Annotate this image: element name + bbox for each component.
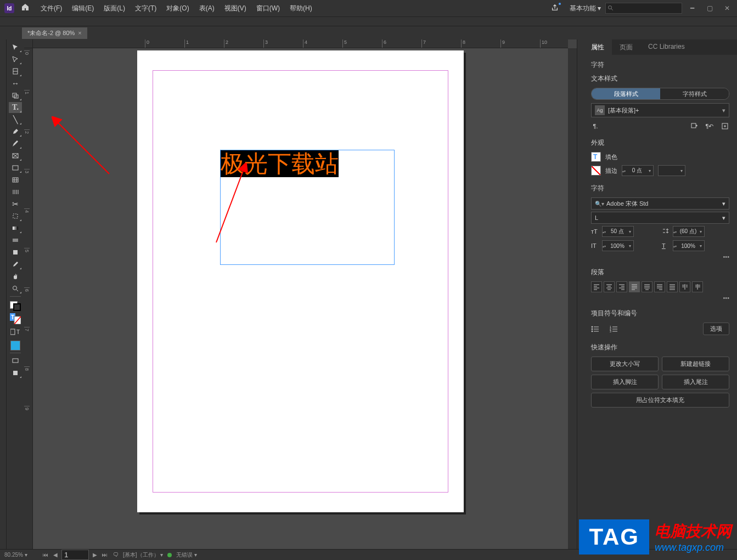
gap-tool[interactable]: ↔ xyxy=(9,78,22,89)
stroke-swatch[interactable] xyxy=(591,166,601,176)
next-page-button[interactable]: ▶ xyxy=(91,552,99,558)
menu-file[interactable]: 文件(F) xyxy=(41,4,62,13)
stroke-weight-input[interactable]: ▴▾0 点▾ xyxy=(622,165,654,176)
profile-label[interactable]: [基本]（工作） ▾ xyxy=(123,551,163,559)
stroke-style-select[interactable]: ▾ xyxy=(658,165,685,176)
pen-tool[interactable] xyxy=(9,126,22,137)
direct-selection-tool[interactable] xyxy=(9,54,22,65)
justify-center[interactable] xyxy=(642,281,652,292)
selected-text[interactable]: 极光下载站 xyxy=(221,150,339,177)
leading-input[interactable]: ▴▾(60 点)▾ xyxy=(673,226,705,237)
errors-label[interactable]: 无错误 ▾ xyxy=(176,551,197,559)
pencil-tool[interactable] xyxy=(9,138,22,149)
line-tool[interactable]: ╲ xyxy=(9,114,22,125)
vertical-scrollbar[interactable] xyxy=(568,48,577,549)
screen-mode[interactable] xyxy=(9,355,22,366)
zoom-tool[interactable] xyxy=(9,283,22,294)
new-style-icon[interactable] xyxy=(690,122,699,131)
horizontal-ruler[interactable]: 012345678910 xyxy=(33,39,568,48)
change-case-button[interactable]: 更改大小写 xyxy=(591,357,659,371)
scissors-tool[interactable]: ✂ xyxy=(9,199,22,210)
format-text-fill[interactable]: T xyxy=(9,312,22,325)
page-number-input[interactable] xyxy=(61,550,89,560)
font-size-input[interactable]: ▴▾50 点▾ xyxy=(602,226,634,237)
placeholder-text-button[interactable]: 用占位符文本填充 xyxy=(591,393,729,408)
insert-endnote-button[interactable]: 插入尾注 xyxy=(662,375,729,389)
character-style-tab[interactable]: 字符样式 xyxy=(660,88,729,99)
selection-tool[interactable] xyxy=(9,42,22,53)
more-options-icon[interactable]: ••• xyxy=(591,295,729,301)
menu-type[interactable]: 文字(T) xyxy=(135,4,156,13)
apply-color[interactable] xyxy=(10,341,20,350)
align-toward-spine[interactable] xyxy=(679,281,690,292)
content-collector-tool[interactable] xyxy=(9,90,22,101)
menu-help[interactable]: 帮助(H) xyxy=(290,4,312,13)
justify-left[interactable] xyxy=(629,281,640,292)
first-page-button[interactable]: ⏮ xyxy=(42,552,49,558)
hscale-input[interactable]: ▴▾100%▾ xyxy=(673,240,705,251)
menu-window[interactable]: 窗口(W) xyxy=(256,4,280,13)
bullets-options-button[interactable]: 选项 xyxy=(703,323,729,335)
insert-footnote-button[interactable]: 插入脚注 xyxy=(591,375,659,389)
tab-close-icon[interactable]: × xyxy=(78,30,81,36)
zoom-level[interactable]: 80.25% ▾ xyxy=(4,552,37,558)
more-options-icon[interactable]: ••• xyxy=(591,253,729,260)
rectangle-frame-tool[interactable] xyxy=(9,150,22,161)
canvas-viewport[interactable]: 极光下载站 xyxy=(33,48,568,549)
rectangle-tool[interactable] xyxy=(9,162,22,173)
font-family-select[interactable]: 🔍▾ Adobe 宋体 Std ▾ xyxy=(591,197,729,210)
align-center[interactable] xyxy=(604,281,615,292)
ruler-origin[interactable] xyxy=(24,39,33,48)
maximize-button[interactable]: ▢ xyxy=(704,3,715,14)
justify-all[interactable] xyxy=(667,281,678,292)
format-container[interactable]: T xyxy=(9,326,22,337)
numbered-list-icon[interactable]: 123 xyxy=(610,325,618,333)
close-button[interactable]: ✕ xyxy=(722,3,733,14)
type-tool[interactable]: T. xyxy=(9,102,22,113)
page[interactable]: 极光下载站 xyxy=(137,50,464,512)
document-tab[interactable]: *未命名-2 @ 80% × xyxy=(22,27,87,39)
note-tool[interactable] xyxy=(9,247,22,258)
free-transform-tool[interactable] xyxy=(9,211,22,222)
grid-tool[interactable] xyxy=(9,174,22,185)
gradient-swatch-tool[interactable] xyxy=(9,223,22,234)
eyedropper-tool[interactable] xyxy=(9,259,22,270)
minimize-button[interactable]: ━ xyxy=(687,3,697,14)
gradient-feather-tool[interactable] xyxy=(9,235,22,246)
new-hyperlink-button[interactable]: 新建超链接 xyxy=(662,357,729,371)
menu-table[interactable]: 表(A) xyxy=(199,4,215,13)
menu-view[interactable]: 视图(V) xyxy=(224,4,246,13)
paragraph-style-select[interactable]: Ag [基本段落]+ ▾ xyxy=(591,103,729,117)
fill-swatch[interactable]: T xyxy=(591,152,601,162)
tab-cc-libraries[interactable]: CC Libraries xyxy=(640,39,693,55)
font-weight-select[interactable]: L ▾ xyxy=(591,212,729,224)
page-tool[interactable] xyxy=(9,66,22,77)
align-left[interactable] xyxy=(591,281,602,292)
last-page-button[interactable]: ⏭ xyxy=(101,552,109,558)
frame-grid-tool[interactable] xyxy=(9,186,22,197)
clear-override-icon[interactable]: ¶↶ xyxy=(705,122,714,131)
tab-pages[interactable]: 页面 xyxy=(612,39,640,55)
view-options[interactable] xyxy=(9,367,22,378)
hand-tool[interactable] xyxy=(9,271,22,282)
bullet-list-icon[interactable] xyxy=(591,325,600,333)
text-frame[interactable]: 极光下载站 xyxy=(220,150,395,265)
vscale-input[interactable]: ▴▾100%▾ xyxy=(602,240,634,251)
add-icon[interactable] xyxy=(721,122,729,131)
menu-layout[interactable]: 版面(L) xyxy=(104,4,125,13)
paragraph-style-tab[interactable]: 段落样式 xyxy=(592,88,660,99)
search-input[interactable] xyxy=(605,3,682,14)
prev-page-button[interactable]: ◀ xyxy=(52,552,59,558)
workspace-switcher[interactable]: 基本功能 ▾ xyxy=(570,4,601,13)
share-icon[interactable] xyxy=(551,4,559,13)
fill-stroke-swatch[interactable] xyxy=(10,301,21,311)
align-away-spine[interactable] xyxy=(692,281,703,292)
menu-object[interactable]: 对象(O) xyxy=(166,4,189,13)
open-dialog-icon[interactable]: 🗨 xyxy=(113,552,119,558)
align-right[interactable] xyxy=(616,281,627,292)
menu-edit[interactable]: 编辑(E) xyxy=(72,4,94,13)
home-icon[interactable] xyxy=(21,3,30,14)
vertical-ruler[interactable]: 0123456789 xyxy=(24,48,33,549)
tab-properties[interactable]: 属性 xyxy=(583,39,612,55)
para-options-icon[interactable]: ¶. xyxy=(591,122,600,131)
